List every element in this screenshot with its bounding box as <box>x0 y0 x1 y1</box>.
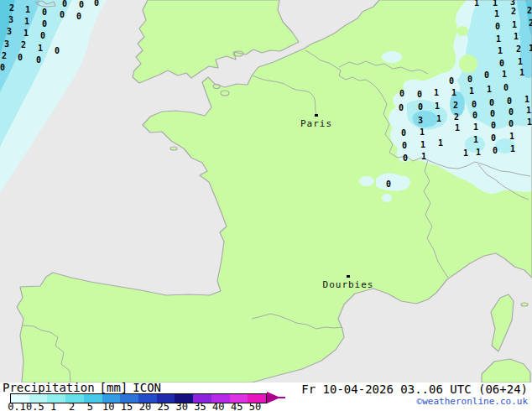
precip-value: 1 <box>434 89 439 97</box>
legend-title-text: Precipitation <box>3 381 95 394</box>
precip-value: 1 <box>438 139 443 148</box>
city-marker-dourbies <box>347 275 350 278</box>
precip-value: 1 <box>451 89 456 97</box>
precip-value: 0 <box>399 104 404 112</box>
precip-value: 1 <box>469 87 474 96</box>
legend-title: Precipitation[mm]ICON <box>3 381 166 394</box>
map-svg <box>0 0 532 382</box>
tick-label: 45 <box>231 401 243 411</box>
colorbar-arrow-tail <box>279 397 285 398</box>
land-gap <box>456 26 468 36</box>
precip-value: 3 <box>4 40 9 49</box>
precip-value: 1 <box>496 35 501 44</box>
precip-value: 0 <box>94 0 99 8</box>
city-label-paris: Paris <box>300 118 332 129</box>
precip-value: 0 <box>467 75 472 84</box>
tick-label: 30 <box>175 401 187 411</box>
precip-value: 1 <box>524 96 529 104</box>
tick-label: 0.1 <box>8 401 26 411</box>
precip-value: 2 <box>529 19 532 28</box>
precip-value: 1 <box>476 148 481 157</box>
tick-row: 0.10.5125101520253035404550 <box>0 401 302 411</box>
precip-value: 1 <box>474 0 479 8</box>
precip-value: 0 <box>79 1 84 9</box>
tick-label: 2 <box>69 401 75 411</box>
precip-value: 2 <box>516 45 521 54</box>
tick-label: 1 <box>50 401 56 411</box>
precip-value: 1 <box>24 18 29 26</box>
precip-value: 1 <box>519 69 524 77</box>
precip-value: 0 <box>449 77 454 86</box>
city-label-dourbies: Dourbies <box>323 279 374 290</box>
city-marker-paris <box>315 114 318 117</box>
precip-value: 1 <box>421 153 426 161</box>
land-gap <box>459 55 477 73</box>
precip-value: 2 <box>2 52 7 60</box>
precip-value: 0 <box>402 142 407 150</box>
precip-value: 3 <box>510 0 515 7</box>
tick-label: 50 <box>249 401 261 411</box>
precip-value: 0 <box>42 20 47 29</box>
legend-units: [mm] <box>100 381 128 394</box>
precip-value: 0 <box>493 147 498 155</box>
legend-model: ICON <box>133 381 161 394</box>
precip-value: 1 <box>493 0 498 8</box>
precip-value: 1 <box>473 136 478 144</box>
precip-value: 0 <box>399 90 404 98</box>
precip-value: 1 <box>512 21 517 29</box>
precip-value: 1 <box>25 6 30 14</box>
tick-label: 5 <box>87 401 93 411</box>
precip-value: 0 <box>36 56 41 65</box>
tick-label: 40 <box>212 401 224 411</box>
tick-label: 10 <box>102 401 114 411</box>
precip-value: 1 <box>509 133 514 141</box>
precip-value: 0 <box>40 32 45 40</box>
precip-value: 0 <box>60 11 65 19</box>
precip-value: 0 <box>55 47 60 55</box>
precip-blob <box>382 51 402 63</box>
precip-value: 0 <box>499 60 504 68</box>
precip-value: 0 <box>62 0 67 8</box>
precip-value: 1 <box>420 141 425 149</box>
precip-value: 0 <box>76 13 81 21</box>
precip-value: 1 <box>494 10 499 18</box>
precip-value: 0 <box>495 23 500 31</box>
precip-value: 0 <box>472 101 477 109</box>
precip-value: 0 <box>489 99 494 107</box>
precip-value: 0 <box>490 110 495 118</box>
copyright-link[interactable]: ©weatheronline.co.uk <box>417 396 528 407</box>
precip-value: 0 <box>484 71 489 80</box>
precip-value: 1 <box>510 145 515 153</box>
precip-value: 2 <box>9 4 14 13</box>
valid-time-label: Fr 10-04-2026 03..06 UTC (06+24) <box>301 382 528 396</box>
legend-strip: Precipitation[mm]ICON 0.10.5125101520253… <box>0 382 532 411</box>
precip-value: 0 <box>401 129 406 138</box>
precip-value: 1 <box>463 149 468 158</box>
precip-value: 1 <box>473 123 478 132</box>
precip-value: 0 <box>0 64 5 72</box>
tick-label: 0.5 <box>26 401 44 411</box>
precip-value: 1 <box>435 102 440 111</box>
precip-value: 0 <box>417 91 422 99</box>
tick-label: 20 <box>139 401 151 411</box>
precip-blob <box>359 176 374 186</box>
precip-value: 1 <box>514 33 519 41</box>
precip-value: 0 <box>509 120 514 128</box>
precip-value: 1 <box>487 86 492 94</box>
precip-value: 3 <box>418 117 423 125</box>
precip-value: 0 <box>503 84 509 92</box>
precip-value: 2 <box>511 8 516 16</box>
precip-value: 0 <box>42 8 47 17</box>
precip-value: 0 <box>491 134 496 143</box>
precip-value: 0 <box>418 103 423 112</box>
precip-value: 0 <box>472 112 477 120</box>
precip-value: 2 <box>21 41 26 49</box>
precip-value: 0 <box>403 154 408 163</box>
precip-blob <box>382 194 392 202</box>
precip-value: 1 <box>436 115 441 123</box>
precip-value: 1 <box>526 107 531 115</box>
precip-value: 2 <box>527 7 532 15</box>
precip-value: 1 <box>502 70 507 79</box>
precip-value: 1 <box>38 44 43 53</box>
precip-value: 1 <box>455 124 460 133</box>
